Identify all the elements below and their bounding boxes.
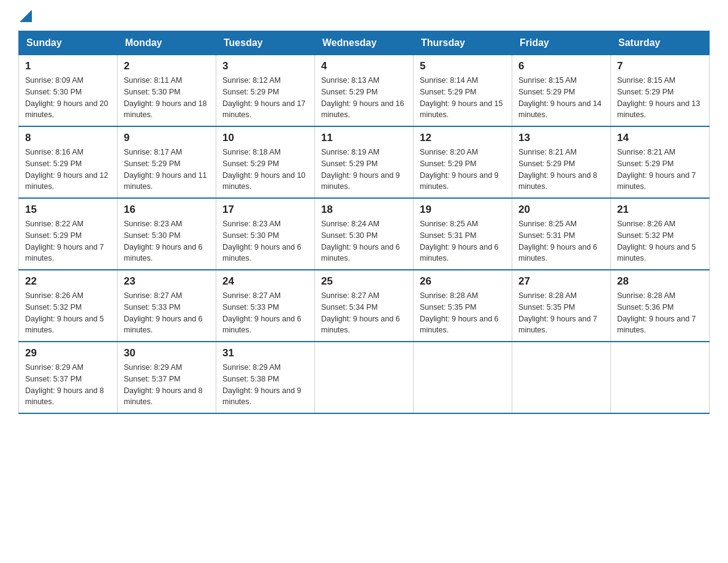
day-number: 13 <box>518 132 604 144</box>
calendar-day-cell: 14Sunrise: 8:21 AMSunset: 5:29 PMDayligh… <box>611 126 710 198</box>
day-number: 22 <box>25 275 111 288</box>
calendar-day-cell: 25Sunrise: 8:27 AMSunset: 5:34 PMDayligh… <box>315 270 414 342</box>
calendar-day-cell: 11Sunrise: 8:19 AMSunset: 5:29 PMDayligh… <box>315 126 414 198</box>
calendar-day-cell: 1Sunrise: 8:09 AMSunset: 5:30 PMDaylight… <box>19 55 118 127</box>
calendar-week-row: 1Sunrise: 8:09 AMSunset: 5:30 PMDaylight… <box>19 55 710 127</box>
calendar-day-cell: 30Sunrise: 8:29 AMSunset: 5:37 PMDayligh… <box>118 342 216 413</box>
calendar-day-cell <box>512 342 611 413</box>
calendar-header-row: SundayMondayTuesdayWednesdayThursdayFrid… <box>19 31 710 55</box>
day-number: 16 <box>124 204 210 216</box>
calendar-day-cell: 5Sunrise: 8:14 AMSunset: 5:29 PMDaylight… <box>414 55 512 127</box>
day-number: 19 <box>420 204 506 216</box>
day-sun-info: Sunrise: 8:14 AMSunset: 5:29 PMDaylight:… <box>420 75 506 121</box>
day-number: 9 <box>124 132 210 144</box>
day-sun-info: Sunrise: 8:21 AMSunset: 5:29 PMDaylight:… <box>617 147 703 193</box>
day-number: 3 <box>222 60 308 72</box>
day-number: 17 <box>222 204 308 216</box>
day-of-week-header: Tuesday <box>216 31 315 55</box>
day-sun-info: Sunrise: 8:28 AMSunset: 5:35 PMDaylight:… <box>518 290 604 336</box>
calendar-week-row: 15Sunrise: 8:22 AMSunset: 5:29 PMDayligh… <box>19 198 710 270</box>
day-number: 27 <box>518 275 604 288</box>
calendar-day-cell: 28Sunrise: 8:28 AMSunset: 5:36 PMDayligh… <box>611 270 710 342</box>
day-number: 11 <box>321 132 407 144</box>
day-number: 4 <box>321 60 407 72</box>
day-number: 21 <box>617 204 703 216</box>
day-sun-info: Sunrise: 8:23 AMSunset: 5:30 PMDaylight:… <box>124 218 210 264</box>
calendar-day-cell <box>414 342 512 413</box>
calendar-table: SundayMondayTuesdayWednesdayThursdayFrid… <box>18 31 710 414</box>
day-sun-info: Sunrise: 8:24 AMSunset: 5:30 PMDaylight:… <box>321 218 407 264</box>
calendar-day-cell: 22Sunrise: 8:26 AMSunset: 5:32 PMDayligh… <box>19 270 118 342</box>
calendar-day-cell: 2Sunrise: 8:11 AMSunset: 5:30 PMDaylight… <box>118 55 216 127</box>
logo <box>18 12 32 25</box>
day-sun-info: Sunrise: 8:13 AMSunset: 5:29 PMDaylight:… <box>321 75 407 121</box>
page-header <box>18 12 710 25</box>
calendar-day-cell: 26Sunrise: 8:28 AMSunset: 5:35 PMDayligh… <box>414 270 512 342</box>
day-sun-info: Sunrise: 8:09 AMSunset: 5:30 PMDaylight:… <box>25 75 111 121</box>
day-sun-info: Sunrise: 8:29 AMSunset: 5:37 PMDaylight:… <box>124 362 210 408</box>
calendar-day-cell: 24Sunrise: 8:27 AMSunset: 5:33 PMDayligh… <box>216 270 315 342</box>
day-of-week-header: Monday <box>118 31 216 55</box>
calendar-day-cell: 20Sunrise: 8:25 AMSunset: 5:31 PMDayligh… <box>512 198 611 270</box>
day-sun-info: Sunrise: 8:28 AMSunset: 5:36 PMDaylight:… <box>617 290 703 336</box>
calendar-day-cell: 27Sunrise: 8:28 AMSunset: 5:35 PMDayligh… <box>512 270 611 342</box>
day-sun-info: Sunrise: 8:26 AMSunset: 5:32 PMDaylight:… <box>25 290 111 336</box>
calendar-day-cell: 6Sunrise: 8:15 AMSunset: 5:29 PMDaylight… <box>512 55 611 127</box>
day-of-week-header: Friday <box>512 31 611 55</box>
calendar-day-cell: 18Sunrise: 8:24 AMSunset: 5:30 PMDayligh… <box>315 198 414 270</box>
day-sun-info: Sunrise: 8:17 AMSunset: 5:29 PMDaylight:… <box>124 147 210 193</box>
day-sun-info: Sunrise: 8:27 AMSunset: 5:33 PMDaylight:… <box>124 290 210 336</box>
calendar-day-cell: 16Sunrise: 8:23 AMSunset: 5:30 PMDayligh… <box>118 198 216 270</box>
day-number: 24 <box>222 275 308 288</box>
day-number: 14 <box>617 132 703 144</box>
day-of-week-header: Sunday <box>19 31 118 55</box>
day-sun-info: Sunrise: 8:20 AMSunset: 5:29 PMDaylight:… <box>420 147 506 193</box>
day-sun-info: Sunrise: 8:29 AMSunset: 5:37 PMDaylight:… <box>25 362 111 408</box>
calendar-day-cell: 7Sunrise: 8:15 AMSunset: 5:29 PMDaylight… <box>611 55 710 127</box>
day-number: 28 <box>617 275 703 288</box>
day-sun-info: Sunrise: 8:15 AMSunset: 5:29 PMDaylight:… <box>617 75 703 121</box>
day-number: 10 <box>222 132 308 144</box>
day-of-week-header: Saturday <box>611 31 710 55</box>
calendar-day-cell: 21Sunrise: 8:26 AMSunset: 5:32 PMDayligh… <box>611 198 710 270</box>
day-sun-info: Sunrise: 8:23 AMSunset: 5:30 PMDaylight:… <box>222 218 308 264</box>
day-sun-info: Sunrise: 8:27 AMSunset: 5:33 PMDaylight:… <box>222 290 308 336</box>
day-sun-info: Sunrise: 8:21 AMSunset: 5:29 PMDaylight:… <box>518 147 604 193</box>
day-sun-info: Sunrise: 8:15 AMSunset: 5:29 PMDaylight:… <box>518 75 604 121</box>
day-sun-info: Sunrise: 8:18 AMSunset: 5:29 PMDaylight:… <box>222 147 308 193</box>
calendar-day-cell <box>315 342 414 413</box>
day-sun-info: Sunrise: 8:12 AMSunset: 5:29 PMDaylight:… <box>222 75 308 121</box>
calendar-day-cell: 10Sunrise: 8:18 AMSunset: 5:29 PMDayligh… <box>216 126 315 198</box>
day-number: 7 <box>617 60 703 72</box>
day-number: 1 <box>25 60 111 72</box>
day-number: 5 <box>420 60 506 72</box>
day-sun-info: Sunrise: 8:25 AMSunset: 5:31 PMDaylight:… <box>518 218 604 264</box>
day-sun-info: Sunrise: 8:16 AMSunset: 5:29 PMDaylight:… <box>25 147 111 193</box>
calendar-day-cell: 8Sunrise: 8:16 AMSunset: 5:29 PMDaylight… <box>19 126 118 198</box>
day-number: 26 <box>420 275 506 288</box>
calendar-day-cell: 15Sunrise: 8:22 AMSunset: 5:29 PMDayligh… <box>19 198 118 270</box>
calendar-day-cell: 23Sunrise: 8:27 AMSunset: 5:33 PMDayligh… <box>118 270 216 342</box>
calendar-week-row: 8Sunrise: 8:16 AMSunset: 5:29 PMDaylight… <box>19 126 710 198</box>
day-number: 20 <box>518 204 604 216</box>
day-of-week-header: Wednesday <box>315 31 414 55</box>
day-number: 25 <box>321 275 407 288</box>
day-sun-info: Sunrise: 8:28 AMSunset: 5:35 PMDaylight:… <box>420 290 506 336</box>
day-sun-info: Sunrise: 8:19 AMSunset: 5:29 PMDaylight:… <box>321 147 407 193</box>
day-sun-info: Sunrise: 8:29 AMSunset: 5:38 PMDaylight:… <box>222 362 308 408</box>
calendar-day-cell: 31Sunrise: 8:29 AMSunset: 5:38 PMDayligh… <box>216 342 315 413</box>
calendar-day-cell: 3Sunrise: 8:12 AMSunset: 5:29 PMDaylight… <box>216 55 315 127</box>
day-number: 29 <box>25 347 111 359</box>
day-number: 23 <box>124 275 210 288</box>
calendar-week-row: 29Sunrise: 8:29 AMSunset: 5:37 PMDayligh… <box>19 342 710 413</box>
day-sun-info: Sunrise: 8:25 AMSunset: 5:31 PMDaylight:… <box>420 218 506 264</box>
calendar-day-cell: 29Sunrise: 8:29 AMSunset: 5:37 PMDayligh… <box>19 342 118 413</box>
day-number: 12 <box>420 132 506 144</box>
day-sun-info: Sunrise: 8:26 AMSunset: 5:32 PMDaylight:… <box>617 218 703 264</box>
calendar-day-cell: 4Sunrise: 8:13 AMSunset: 5:29 PMDaylight… <box>315 55 414 127</box>
day-number: 8 <box>25 132 111 144</box>
day-sun-info: Sunrise: 8:22 AMSunset: 5:29 PMDaylight:… <box>25 218 111 264</box>
logo-arrow-icon <box>20 10 32 22</box>
calendar-day-cell: 9Sunrise: 8:17 AMSunset: 5:29 PMDaylight… <box>118 126 216 198</box>
day-sun-info: Sunrise: 8:11 AMSunset: 5:30 PMDaylight:… <box>124 75 210 121</box>
